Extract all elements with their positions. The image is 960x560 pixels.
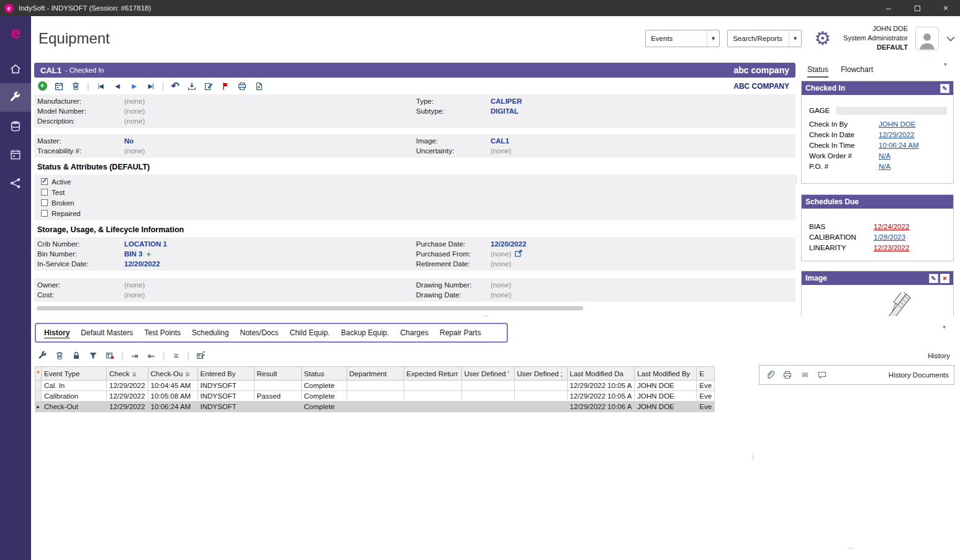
table-cell[interactable]: 12/29/2022 10:05 A: [567, 381, 635, 391]
column-header-expected-return[interactable]: Expected Returr: [404, 367, 461, 381]
table-row[interactable]: Calibration12/29/202210:05:08 AMINDYSOFT…: [35, 391, 715, 402]
form-horizontal-scrollbar[interactable]: [34, 306, 795, 311]
table-cell[interactable]: JOHN DOE: [635, 391, 697, 402]
avatar[interactable]: [915, 27, 939, 50]
table-cell[interactable]: Check-Out: [42, 402, 107, 412]
table-cell[interactable]: JOHN DOE: [635, 402, 697, 412]
add-record-button[interactable]: +: [37, 81, 48, 92]
attribute-active-checkbox[interactable]: Active: [34, 176, 795, 187]
remove-grid-button[interactable]: [104, 350, 115, 361]
checkin-time-link[interactable]: 10:06:24 AM: [879, 142, 919, 149]
tab-notes-docs[interactable]: Notes/Docs: [234, 328, 284, 337]
column-header-event-type[interactable]: Event Type: [42, 367, 107, 381]
comment-document-button[interactable]: [817, 369, 828, 381]
in-service-date-value[interactable]: 12/20/2022: [124, 260, 416, 268]
add-bin-icon[interactable]: +: [146, 250, 151, 259]
column-header-user-defined-1[interactable]: User Defined ': [461, 367, 514, 381]
table-cell[interactable]: JOHN DOE: [635, 381, 697, 391]
column-header-last-modified-by[interactable]: Last Modified By: [635, 367, 697, 381]
model-number-value[interactable]: (none): [124, 107, 416, 115]
attribute-repaired-checkbox[interactable]: Repaired: [34, 208, 795, 219]
table-cell[interactable]: INDYSOFT: [197, 402, 254, 412]
table-cell[interactable]: INDYSOFT: [197, 391, 254, 402]
tab-repair-parts[interactable]: Repair Parts: [434, 328, 487, 337]
table-cell[interactable]: [461, 391, 514, 402]
user-menu-chevron-icon[interactable]: [946, 33, 955, 44]
table-cell[interactable]: [254, 381, 301, 391]
column-header-event[interactable]: E: [697, 367, 715, 381]
nav-last-button[interactable]: ▶|: [145, 81, 156, 92]
settings-gear-icon[interactable]: ⚙: [814, 29, 831, 48]
schedule-calendar-button[interactable]: [53, 81, 65, 92]
column-header-last-modified-date[interactable]: Last Modified Da: [567, 367, 635, 381]
tab-child-equip[interactable]: Child Equip.: [284, 328, 336, 337]
flag-button[interactable]: [220, 81, 231, 92]
type-value[interactable]: CALIPER: [491, 97, 795, 105]
drawing-number-value[interactable]: (none): [491, 281, 795, 289]
minimize-button[interactable]: –: [874, 0, 903, 16]
master-value[interactable]: No: [124, 137, 416, 145]
tab-scheduling[interactable]: Scheduling: [186, 328, 234, 337]
print-button[interactable]: [237, 81, 248, 92]
check-out-button[interactable]: ⇤: [146, 350, 157, 361]
table-cell[interactable]: 10:04:45 AM: [148, 381, 197, 391]
collapse-panel-button[interactable]: ▾: [944, 61, 947, 68]
table-cell[interactable]: [461, 402, 514, 412]
bottom-right-splitter-handle[interactable]: ‥: [848, 543, 853, 551]
report-button[interactable]: [253, 81, 265, 92]
edit-image-icon[interactable]: ✎: [929, 274, 938, 283]
column-header-entered-by[interactable]: Entered By: [197, 367, 254, 381]
manufacturer-value[interactable]: (none): [124, 97, 416, 105]
schedule-calibration-date-link[interactable]: 1/28/2023: [874, 233, 905, 241]
sidebar-item-home[interactable]: [0, 55, 31, 83]
description-value[interactable]: (none): [124, 117, 416, 125]
export-button[interactable]: [186, 81, 197, 92]
attach-document-button[interactable]: [764, 369, 776, 381]
table-cell[interactable]: 10:06:24 AM: [148, 402, 197, 412]
collapse-bottom-button[interactable]: ▾: [943, 323, 946, 330]
column-header-check-out[interactable]: Check-Ou≣: [148, 367, 197, 381]
drawing-date-value[interactable]: (none): [491, 291, 795, 299]
undo-button[interactable]: ↶: [170, 81, 181, 92]
sidebar-item-network[interactable]: [0, 169, 31, 197]
tab-default-masters[interactable]: Default Masters: [75, 328, 138, 337]
table-row[interactable]: Cal. In12/29/202210:04:45 AMINDYSOFTComp…: [35, 381, 715, 391]
equipment-image[interactable]: [802, 285, 953, 316]
edit-record-button[interactable]: [203, 81, 214, 92]
table-cell[interactable]: Eve: [697, 402, 715, 412]
column-header-result[interactable]: Result: [254, 367, 301, 381]
table-cell[interactable]: Complete: [301, 391, 346, 402]
print-document-button[interactable]: [782, 369, 793, 381]
maximize-button[interactable]: [903, 0, 931, 16]
tab-backup-equip[interactable]: Backup Equip.: [335, 328, 394, 337]
traceability-value[interactable]: (none): [124, 147, 416, 155]
table-cell[interactable]: INDYSOFT: [197, 381, 254, 391]
check-in-button[interactable]: ⇥: [129, 350, 140, 361]
column-header-status[interactable]: Status: [301, 367, 346, 381]
table-cell[interactable]: [404, 402, 461, 412]
lock-button[interactable]: [71, 350, 82, 361]
table-cell[interactable]: Complete: [301, 381, 346, 391]
table-cell[interactable]: [254, 402, 301, 412]
table-cell[interactable]: 12/29/2022 10:05 A: [567, 391, 635, 402]
po-number-link[interactable]: N/A: [879, 163, 890, 170]
table-cell[interactable]: [346, 381, 404, 391]
attribute-test-checkbox[interactable]: Test: [34, 187, 795, 197]
subtype-value[interactable]: DIGITAL: [491, 107, 795, 115]
tab-charges[interactable]: Charges: [395, 328, 434, 337]
retirement-date-value[interactable]: (none): [491, 260, 795, 268]
table-cell[interactable]: [514, 381, 567, 391]
scrollbar-thumb[interactable]: [37, 306, 583, 310]
bin-number-value[interactable]: BIN 3: [124, 250, 142, 258]
crib-number-value[interactable]: LOCATION 1: [124, 240, 416, 248]
horizontal-splitter-handle[interactable]: ‥: [484, 310, 488, 318]
gage-value-field[interactable]: [836, 107, 947, 115]
work-order-link[interactable]: N/A: [879, 152, 890, 160]
table-cell[interactable]: Complete: [301, 402, 346, 412]
delete-record-button[interactable]: [70, 81, 81, 92]
checkin-by-link[interactable]: JOHN DOE: [879, 120, 915, 128]
table-cell[interactable]: 12/29/2022: [107, 391, 148, 402]
table-cell[interactable]: 12/29/2022: [107, 402, 148, 412]
delete-image-icon[interactable]: ×: [940, 274, 949, 283]
table-cell[interactable]: 12/29/2022: [107, 381, 148, 391]
